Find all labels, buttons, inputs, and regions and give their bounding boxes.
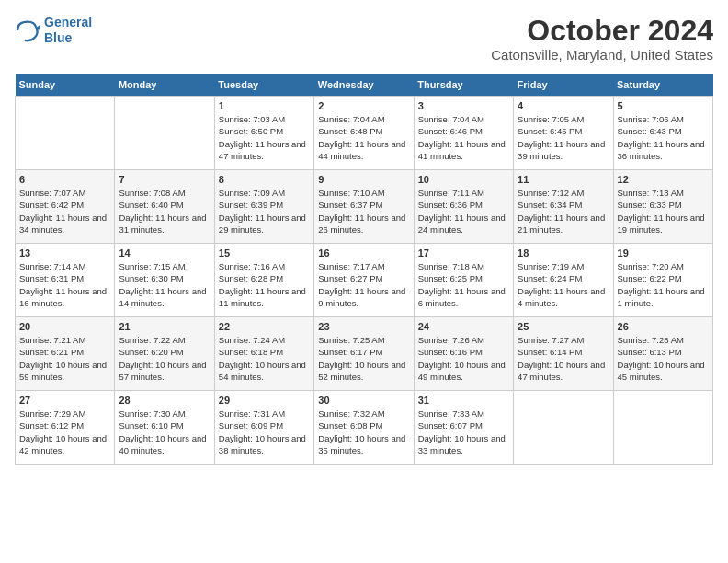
day-info: Sunrise: 7:31 AM Sunset: 6:09 PM Dayligh… [219, 408, 310, 456]
calendar-cell: 28Sunrise: 7:30 AM Sunset: 6:10 PM Dayli… [115, 391, 214, 465]
calendar-cell: 19Sunrise: 7:20 AM Sunset: 6:22 PM Dayli… [613, 244, 712, 317]
calendar-cell: 14Sunrise: 7:15 AM Sunset: 6:30 PM Dayli… [115, 244, 214, 317]
day-number: 10 [418, 174, 509, 185]
month-title: October 2024 [491, 15, 713, 47]
day-number: 20 [19, 321, 110, 332]
calendar-header: SundayMondayTuesdayWednesdayThursdayFrid… [16, 74, 713, 97]
day-info: Sunrise: 7:19 AM Sunset: 6:24 PM Dayligh… [518, 260, 609, 309]
calendar-cell: 5Sunrise: 7:06 AM Sunset: 6:43 PM Daylig… [613, 97, 712, 170]
day-info: Sunrise: 7:09 AM Sunset: 6:39 PM Dayligh… [219, 187, 310, 236]
day-info: Sunrise: 7:17 AM Sunset: 6:27 PM Dayligh… [318, 260, 409, 309]
header-tuesday: Tuesday [214, 74, 313, 97]
day-info: Sunrise: 7:25 AM Sunset: 6:17 PM Dayligh… [318, 334, 409, 383]
day-number: 22 [219, 321, 310, 332]
day-info: Sunrise: 7:08 AM Sunset: 6:40 PM Dayligh… [119, 187, 210, 236]
calendar-cell: 24Sunrise: 7:26 AM Sunset: 6:16 PM Dayli… [414, 317, 513, 391]
day-number: 28 [119, 395, 210, 406]
header-monday: Monday [115, 74, 214, 97]
calendar-cell: 2Sunrise: 7:04 AM Sunset: 6:48 PM Daylig… [314, 97, 414, 170]
day-number: 3 [418, 100, 509, 111]
day-number: 13 [19, 247, 110, 259]
calendar-cell: 10Sunrise: 7:11 AM Sunset: 6:36 PM Dayli… [414, 170, 513, 244]
calendar-cell: 27Sunrise: 7:29 AM Sunset: 6:12 PM Dayli… [16, 391, 115, 465]
day-info: Sunrise: 7:10 AM Sunset: 6:37 PM Dayligh… [318, 187, 409, 236]
day-number: 24 [418, 321, 509, 332]
calendar-cell: 21Sunrise: 7:22 AM Sunset: 6:20 PM Dayli… [115, 317, 214, 391]
day-number: 16 [318, 247, 409, 259]
calendar-cell: 30Sunrise: 7:32 AM Sunset: 6:08 PM Dayli… [314, 391, 414, 465]
day-info: Sunrise: 7:04 AM Sunset: 6:48 PM Dayligh… [318, 113, 409, 162]
day-number: 29 [219, 395, 310, 406]
day-number: 23 [318, 321, 409, 332]
calendar-cell: 25Sunrise: 7:27 AM Sunset: 6:14 PM Dayli… [514, 317, 613, 391]
logo-icon [15, 17, 40, 43]
day-number: 11 [518, 174, 609, 185]
header-wednesday: Wednesday [314, 74, 414, 97]
calendar-cell: 16Sunrise: 7:17 AM Sunset: 6:27 PM Dayli… [314, 244, 414, 317]
day-info: Sunrise: 7:24 AM Sunset: 6:18 PM Dayligh… [219, 334, 310, 383]
day-number: 31 [418, 395, 509, 406]
day-info: Sunrise: 7:27 AM Sunset: 6:14 PM Dayligh… [518, 334, 609, 383]
day-number: 14 [119, 247, 210, 259]
day-info: Sunrise: 7:12 AM Sunset: 6:34 PM Dayligh… [518, 187, 609, 236]
calendar-cell: 29Sunrise: 7:31 AM Sunset: 6:09 PM Dayli… [214, 391, 313, 465]
day-info: Sunrise: 7:22 AM Sunset: 6:20 PM Dayligh… [119, 334, 210, 383]
day-info: Sunrise: 7:26 AM Sunset: 6:16 PM Dayligh… [418, 334, 509, 383]
calendar-cell: 26Sunrise: 7:28 AM Sunset: 6:13 PM Dayli… [613, 317, 712, 391]
calendar-cell: 9Sunrise: 7:10 AM Sunset: 6:37 PM Daylig… [314, 170, 414, 244]
location-title: Catonsville, Maryland, United States [491, 47, 713, 63]
day-number: 5 [618, 100, 709, 111]
day-info: Sunrise: 7:30 AM Sunset: 6:10 PM Dayligh… [119, 408, 210, 456]
calendar-cell: 17Sunrise: 7:18 AM Sunset: 6:25 PM Dayli… [414, 244, 513, 317]
header-saturday: Saturday [613, 74, 712, 97]
day-info: Sunrise: 7:15 AM Sunset: 6:30 PM Dayligh… [119, 260, 210, 309]
header-friday: Friday [514, 74, 613, 97]
calendar-body: 1Sunrise: 7:03 AM Sunset: 6:50 PM Daylig… [16, 97, 713, 465]
day-number: 9 [318, 174, 409, 185]
logo-text: General Blue [44, 15, 92, 46]
calendar-cell [115, 97, 214, 170]
day-number: 30 [318, 395, 409, 406]
day-info: Sunrise: 7:32 AM Sunset: 6:08 PM Dayligh… [318, 408, 409, 456]
calendar-cell: 18Sunrise: 7:19 AM Sunset: 6:24 PM Dayli… [514, 244, 613, 317]
page-header: General Blue October 2024 Catonsville, M… [15, 15, 713, 63]
day-number: 1 [219, 100, 310, 111]
header-thursday: Thursday [414, 74, 513, 97]
day-info: Sunrise: 7:03 AM Sunset: 6:50 PM Dayligh… [219, 113, 310, 162]
day-info: Sunrise: 7:20 AM Sunset: 6:22 PM Dayligh… [618, 260, 709, 309]
day-info: Sunrise: 7:05 AM Sunset: 6:45 PM Dayligh… [518, 113, 609, 162]
day-number: 6 [19, 174, 110, 185]
day-info: Sunrise: 7:21 AM Sunset: 6:21 PM Dayligh… [19, 334, 110, 383]
calendar-cell: 8Sunrise: 7:09 AM Sunset: 6:39 PM Daylig… [214, 170, 313, 244]
calendar-cell [514, 391, 613, 465]
calendar-cell: 23Sunrise: 7:25 AM Sunset: 6:17 PM Dayli… [314, 317, 414, 391]
day-number: 25 [518, 321, 609, 332]
day-info: Sunrise: 7:18 AM Sunset: 6:25 PM Dayligh… [418, 260, 509, 309]
calendar-table: SundayMondayTuesdayWednesdayThursdayFrid… [15, 74, 713, 465]
day-number: 2 [318, 100, 409, 111]
calendar-cell [613, 391, 712, 465]
calendar-cell: 3Sunrise: 7:04 AM Sunset: 6:46 PM Daylig… [414, 97, 513, 170]
day-number: 18 [518, 247, 609, 259]
calendar-cell: 6Sunrise: 7:07 AM Sunset: 6:42 PM Daylig… [16, 170, 115, 244]
day-number: 17 [418, 247, 509, 259]
calendar-cell: 31Sunrise: 7:33 AM Sunset: 6:07 PM Dayli… [414, 391, 513, 465]
day-number: 19 [618, 247, 709, 259]
calendar-cell: 15Sunrise: 7:16 AM Sunset: 6:28 PM Dayli… [214, 244, 313, 317]
calendar-cell: 12Sunrise: 7:13 AM Sunset: 6:33 PM Dayli… [613, 170, 712, 244]
calendar-cell [16, 97, 115, 170]
day-info: Sunrise: 7:06 AM Sunset: 6:43 PM Dayligh… [618, 113, 709, 162]
day-number: 8 [219, 174, 310, 185]
calendar-cell: 13Sunrise: 7:14 AM Sunset: 6:31 PM Dayli… [16, 244, 115, 317]
title-block: October 2024 Catonsville, Maryland, Unit… [491, 15, 713, 63]
day-number: 7 [119, 174, 210, 185]
day-number: 27 [19, 395, 110, 406]
day-info: Sunrise: 7:29 AM Sunset: 6:12 PM Dayligh… [19, 408, 110, 456]
calendar-cell: 4Sunrise: 7:05 AM Sunset: 6:45 PM Daylig… [514, 97, 613, 170]
header-sunday: Sunday [16, 74, 115, 97]
calendar-cell: 22Sunrise: 7:24 AM Sunset: 6:18 PM Dayli… [214, 317, 313, 391]
day-number: 4 [518, 100, 609, 111]
calendar-cell: 7Sunrise: 7:08 AM Sunset: 6:40 PM Daylig… [115, 170, 214, 244]
calendar-cell: 11Sunrise: 7:12 AM Sunset: 6:34 PM Dayli… [514, 170, 613, 244]
calendar-cell: 20Sunrise: 7:21 AM Sunset: 6:21 PM Dayli… [16, 317, 115, 391]
